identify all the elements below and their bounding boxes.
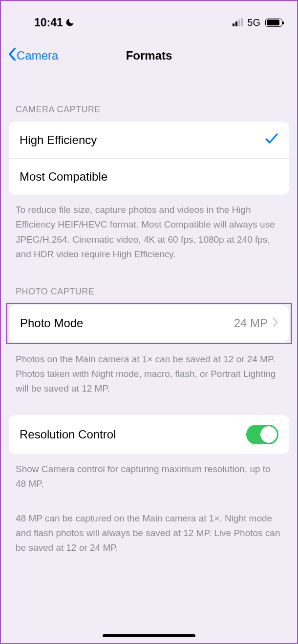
toggle-resolution-control[interactable] (246, 425, 278, 444)
status-time: 10:41 (34, 16, 63, 29)
cellular-signal-icon (233, 19, 243, 26)
option-high-efficiency[interactable]: High Efficiency (9, 122, 289, 158)
footer-camera-capture: To reduce file size, capture photos and … (1, 195, 297, 262)
toggle-knob (260, 426, 277, 443)
footer-resolution-2: 48 MP can be captured on the Main camera… (1, 503, 297, 556)
row-label: Resolution Control (20, 428, 116, 441)
row-trailing: 24 MP (234, 316, 278, 330)
section-photo-capture: PHOTO CAPTURE Photo Mode 24 MP Photos on… (1, 287, 297, 396)
section-camera-capture: CAMERA CAPTURE High Efficiency Most Comp… (1, 104, 297, 262)
status-bar: 10:41 5G (1, 1, 297, 35)
home-indicator[interactable] (103, 634, 195, 637)
section-resolution: Resolution Control Show Camera control f… (1, 415, 297, 556)
row-resolution-control[interactable]: Resolution Control (9, 415, 289, 454)
row-value: 24 MP (234, 316, 268, 330)
option-most-compatible[interactable]: Most Compatible (9, 158, 289, 195)
group-resolution: Resolution Control (9, 415, 289, 454)
footer-resolution-1: Show Camera control for capturing maximu… (1, 454, 297, 492)
back-label: Camera (17, 49, 58, 62)
checkmark-icon (265, 133, 278, 147)
do-not-disturb-icon (65, 18, 75, 27)
battery-icon (265, 19, 282, 27)
network-type: 5G (247, 17, 260, 28)
section-header-photo-capture: PHOTO CAPTURE (1, 287, 297, 297)
chevron-right-icon (273, 316, 278, 330)
option-label: Most Compatible (20, 170, 107, 184)
nav-bar: Camera Formats (1, 41, 297, 70)
row-label: Photo Mode (20, 316, 83, 330)
status-time-group: 10:41 (16, 16, 75, 29)
section-header-camera-capture: CAMERA CAPTURE (1, 104, 297, 115)
highlight-annotation: Photo Mode 24 MP (6, 303, 292, 344)
status-right: 5G (233, 17, 282, 28)
row-photo-mode[interactable]: Photo Mode 24 MP (9, 305, 289, 342)
group-camera-capture: High Efficiency Most Compatible (9, 122, 289, 195)
option-label: High Efficiency (20, 133, 97, 147)
back-button[interactable]: Camera (1, 47, 58, 64)
chevron-left-icon (8, 47, 17, 64)
footer-photo-capture: Photos on the Main camera at 1× can be s… (1, 344, 297, 396)
